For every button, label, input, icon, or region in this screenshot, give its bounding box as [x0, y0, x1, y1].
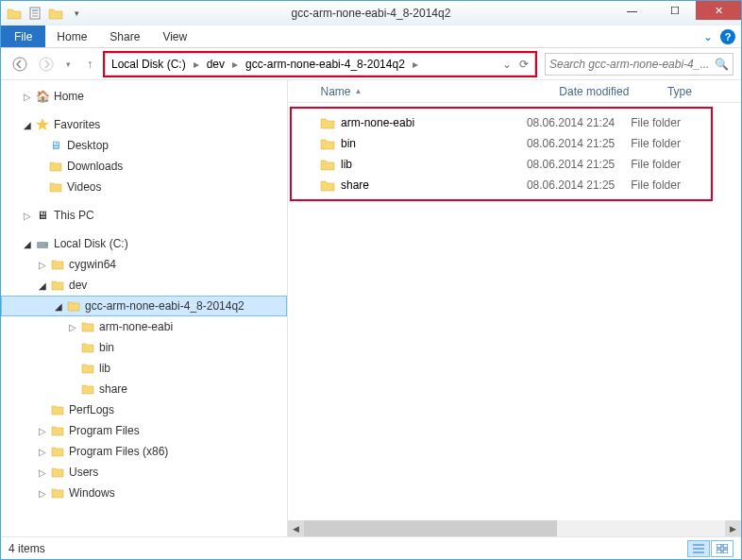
expand-icon[interactable]: ▷	[37, 467, 48, 478]
expand-icon[interactable]: ▷	[37, 488, 48, 499]
search-icon[interactable]: 🔍	[715, 58, 729, 71]
close-button[interactable]: ✕	[696, 1, 741, 20]
qat-dropdown-icon[interactable]: ▾	[67, 4, 86, 23]
tree-thispc[interactable]: ▷ 🖥 This PC	[1, 205, 287, 226]
tree-pf86[interactable]: ▷ Program Files (x86)	[1, 441, 287, 462]
collapse-icon[interactable]: ◢	[53, 301, 64, 312]
list-item[interactable]: share 08.06.2014 21:25 File folder	[294, 175, 709, 195]
tree-dev[interactable]: ◢ dev	[1, 275, 287, 296]
tab-home[interactable]: Home	[45, 25, 98, 47]
tree-desktop[interactable]: 🖥 Desktop	[1, 135, 287, 156]
new-folder-icon[interactable]	[46, 4, 65, 23]
expand-icon[interactable]: ▷	[22, 211, 33, 221]
maximize-button[interactable]: ☐	[653, 1, 696, 20]
column-type[interactable]: Type	[660, 81, 741, 102]
breadcrumb-segment[interactable]: gcc-arm-none-eabi-4_8-2014q2	[242, 54, 409, 75]
chevron-down-icon[interactable]: ⌄	[703, 30, 713, 43]
tree-item-label: Program Files	[69, 424, 140, 437]
file-type: File folder	[631, 116, 709, 129]
search-input[interactable]	[549, 58, 715, 71]
file-type: File folder	[631, 137, 709, 150]
folder-icon	[320, 137, 335, 150]
tree-item-label: Favorites	[54, 118, 100, 131]
tree-home[interactable]: ▷ 🏠 Home	[1, 86, 287, 107]
svg-point-4	[13, 58, 26, 71]
list-item[interactable]: lib 08.06.2014 21:25 File folder	[294, 154, 709, 175]
tree-item-label: Desktop	[67, 139, 109, 152]
tab-share[interactable]: Share	[98, 25, 151, 47]
folder-icon	[80, 319, 95, 334]
breadcrumb-separator-icon[interactable]: ▸	[228, 54, 242, 75]
tree-gcc-sub[interactable]: ▷ arm-none-eabi	[1, 316, 287, 337]
back-button[interactable]	[8, 53, 31, 76]
column-name[interactable]: Name▲	[313, 81, 552, 102]
tree-item-label: Users	[69, 466, 98, 479]
details-view-button[interactable]	[687, 540, 710, 557]
folder-icon	[50, 465, 65, 480]
list-item[interactable]: bin 08.06.2014 21:25 File folder	[294, 133, 709, 154]
collapse-icon[interactable]: ◢	[37, 280, 48, 291]
address-dropdown-icon[interactable]: ⌄	[498, 58, 515, 71]
up-button[interactable]: ↑	[78, 53, 101, 76]
downloads-icon	[48, 159, 63, 174]
horizontal-scrollbar[interactable]: ◀ ▶	[288, 520, 741, 536]
disk-icon	[35, 236, 50, 251]
file-tab[interactable]: File	[1, 25, 45, 47]
tree-item-label: Videos	[67, 180, 101, 194]
tree-favorites[interactable]: ◢ Favorites	[1, 114, 287, 135]
tree-perflogs[interactable]: PerfLogs	[1, 399, 287, 420]
forward-button[interactable]	[35, 53, 58, 76]
tree-gcc-sub[interactable]: share	[1, 379, 287, 399]
tree-cygwin[interactable]: ▷ cygwin64	[1, 254, 287, 275]
content-pane: Name▲ Date modified Type arm-none-eabi 0…	[288, 80, 741, 536]
collapse-icon[interactable]: ◢	[22, 239, 33, 249]
recent-dropdown[interactable]: ▾	[61, 53, 75, 76]
breadcrumb-separator-icon[interactable]: ▸	[409, 54, 422, 75]
breadcrumb-separator-icon[interactable]: ▸	[190, 54, 203, 75]
help-icon[interactable]: ?	[720, 29, 735, 44]
expand-icon[interactable]: ▷	[37, 426, 48, 436]
quick-access-toolbar: ▾	[5, 4, 86, 23]
breadcrumb-segment[interactable]: dev	[203, 54, 228, 75]
scroll-track[interactable]	[304, 520, 725, 536]
tree-item-label: Local Disk (C:)	[54, 237, 128, 250]
breadcrumb-segment[interactable]: Local Disk (C:)	[108, 54, 190, 75]
minimize-button[interactable]: —	[611, 1, 653, 20]
address-bar[interactable]: Local Disk (C:) ▸ dev ▸ gcc-arm-none-eab…	[105, 53, 535, 76]
navbar: ▾ ↑ Local Disk (C:) ▸ dev ▸ gcc-arm-none…	[1, 48, 741, 80]
file-list[interactable]: arm-none-eabi 08.06.2014 21:24 File fold…	[288, 103, 741, 520]
file-date: 08.06.2014 21:24	[527, 116, 631, 129]
expand-icon[interactable]: ▷	[67, 322, 78, 332]
tree-windows[interactable]: ▷ Windows	[1, 483, 287, 503]
tree-item-label: PerfLogs	[69, 403, 114, 416]
tree-users[interactable]: ▷ Users	[1, 462, 287, 483]
main-area: ▷ 🏠 Home ◢ Favorites 🖥 Desktop Downloads…	[1, 80, 741, 536]
tree-item-label: dev	[69, 279, 87, 292]
tree-gcc[interactable]: ◢ gcc-arm-none-eabi-4_8-2014q2	[1, 296, 287, 316]
icons-view-button[interactable]	[711, 540, 734, 557]
tree-videos[interactable]: Videos	[1, 177, 287, 197]
expand-icon[interactable]: ▷	[37, 447, 48, 457]
search-box[interactable]: 🔍	[545, 53, 734, 76]
folder-icon	[50, 423, 65, 438]
tree-localdisk[interactable]: ◢ Local Disk (C:)	[1, 233, 287, 254]
tree-downloads[interactable]: Downloads	[1, 156, 287, 177]
expand-icon[interactable]: ▷	[22, 92, 33, 102]
tab-view[interactable]: View	[151, 25, 198, 47]
tree-pf[interactable]: ▷ Program Files	[1, 420, 287, 441]
refresh-icon[interactable]: ⟳	[515, 58, 532, 71]
folder-icon	[320, 116, 335, 129]
scroll-thumb[interactable]	[304, 520, 557, 536]
list-item[interactable]: arm-none-eabi 08.06.2014 21:24 File fold…	[294, 112, 709, 133]
scroll-right-icon[interactable]: ▶	[725, 520, 741, 536]
star-icon	[35, 117, 50, 132]
scroll-left-icon[interactable]: ◀	[288, 520, 304, 536]
tree-gcc-sub[interactable]: bin	[1, 337, 287, 358]
collapse-icon[interactable]: ◢	[22, 120, 33, 130]
tree-gcc-sub[interactable]: lib	[1, 358, 287, 379]
navigation-pane[interactable]: ▷ 🏠 Home ◢ Favorites 🖥 Desktop Downloads…	[1, 80, 288, 536]
properties-icon[interactable]	[25, 4, 44, 23]
videos-icon	[48, 179, 63, 195]
expand-icon[interactable]: ▷	[37, 260, 48, 270]
column-date[interactable]: Date modified	[551, 81, 660, 102]
